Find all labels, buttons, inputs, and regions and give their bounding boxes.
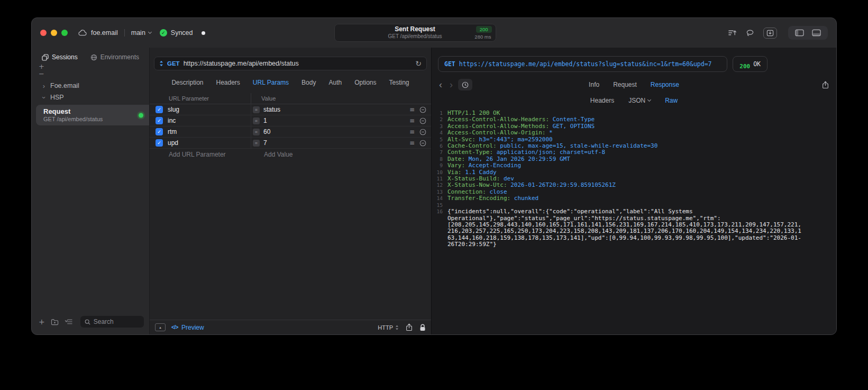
activity-text: Sent Request GET /api/embed/status: [388, 25, 442, 40]
params-rows: ✓ slug = status ≡ ✓ inc = 1 ≡: [150, 104, 431, 149]
tree-item-foe-email[interactable]: › Foe.email: [32, 80, 149, 92]
request-tab-url-params[interactable]: URL Params: [253, 79, 289, 86]
value-type-icon[interactable]: =: [253, 129, 260, 135]
branch-menu[interactable]: main: [131, 29, 151, 37]
request-url-bar[interactable]: GET https://statuspage.me/api/embed/stat…: [154, 57, 427, 70]
chevron-down-icon[interactable]: ›: [40, 95, 48, 99]
add-param-placeholder[interactable]: Add URL Parameter: [150, 151, 251, 158]
lasso-icon[interactable]: [746, 29, 754, 37]
param-value[interactable]: 60: [263, 128, 270, 135]
add-param-row[interactable]: Add URL Parameter Add Value: [150, 149, 431, 160]
param-enabled-checkbox[interactable]: ✓: [156, 139, 163, 147]
response-panel: GET https://statuspage.me/api/embed/stat…: [432, 48, 836, 334]
value-type-icon[interactable]: =: [253, 106, 260, 113]
request-tab-options[interactable]: Options: [354, 79, 376, 86]
param-row: ✓ upd = 7 ≡: [150, 138, 431, 149]
value-type-icon[interactable]: =: [253, 117, 260, 124]
forward-arrow-icon[interactable]: ›: [450, 80, 453, 89]
drag-handle-icon[interactable]: ≡: [409, 140, 415, 146]
remove-param-icon[interactable]: [419, 140, 426, 147]
import-response-icon[interactable]: [763, 28, 777, 39]
add-value-placeholder[interactable]: Add Value: [251, 151, 431, 158]
sync-status[interactable]: ✓ Synced: [160, 29, 193, 37]
param-enabled-checkbox[interactable]: ✓: [156, 128, 163, 135]
activity-summary-pill[interactable]: Sent Request GET /api/embed/status 200 2…: [334, 24, 496, 42]
value-type-icon[interactable]: =: [253, 140, 260, 147]
layout-toggle-group: [788, 26, 828, 40]
close-window-button[interactable]: [40, 30, 47, 36]
remove-param-icon[interactable]: [419, 129, 426, 135]
drag-handle-icon[interactable]: ≡: [409, 129, 415, 135]
chevron-right-icon[interactable]: ›: [42, 82, 46, 90]
expand-panel-button[interactable]: ▴: [155, 323, 166, 331]
sync-label: Synced: [171, 29, 193, 37]
line-number: 2: [432, 116, 447, 123]
param-enabled-checkbox[interactable]: ✓: [156, 117, 163, 124]
param-name[interactable]: slug: [168, 106, 179, 113]
share-icon[interactable]: [406, 323, 413, 331]
response-request-summary: GET https://statuspage.me/api/embed/stat…: [438, 56, 768, 72]
tree-item-hsp[interactable]: › HSP: [32, 92, 149, 103]
toggle-bottom-panel-icon[interactable]: [812, 29, 821, 37]
refresh-icon[interactable]: ↻: [415, 60, 422, 67]
remove-param-icon[interactable]: [419, 117, 426, 124]
add-session-icon[interactable]: +: [39, 64, 46, 69]
new-folder-icon[interactable]: [51, 319, 59, 325]
response-tab-info[interactable]: Info: [589, 81, 599, 88]
request-tab-testing[interactable]: Testing: [389, 79, 409, 86]
add-item-icon[interactable]: +: [39, 318, 45, 325]
column-header-value: Value: [251, 93, 431, 104]
request-method[interactable]: GET: [167, 60, 180, 67]
request-tab-description[interactable]: Description: [171, 79, 203, 86]
response-tab-request[interactable]: Request: [613, 81, 637, 88]
param-value[interactable]: 1: [263, 117, 267, 124]
param-name[interactable]: upd: [168, 139, 178, 147]
request-list-item-selected[interactable]: Request GET /api/embed/status: [36, 105, 149, 125]
project-menu[interactable]: foe.email: [78, 29, 118, 37]
url-params-table: URL Parameter Value ✓ slug = status ≡ ✓ …: [150, 88, 431, 160]
preview-button[interactable]: </> Preview: [171, 324, 204, 331]
titlebar-actions: [728, 26, 828, 40]
request-tab-auth[interactable]: Auth: [328, 79, 342, 86]
toggle-left-sidebar-icon[interactable]: [795, 29, 804, 37]
remove-param-icon[interactable]: [419, 106, 426, 113]
search-input[interactable]: Search: [80, 316, 144, 328]
request-tab-headers[interactable]: Headers: [216, 79, 240, 86]
minimize-window-button[interactable]: [51, 30, 57, 36]
method-selector-icon[interactable]: [159, 60, 163, 67]
line-content: {"incidents":null,"overall":{"code":"ope…: [447, 208, 803, 248]
sort-filter-icon[interactable]: [728, 29, 737, 37]
param-value[interactable]: status: [263, 106, 280, 113]
sent-request-url[interactable]: GET https://statuspage.me/api/embed/stat…: [438, 56, 727, 72]
back-arrow-icon[interactable]: ‹: [439, 80, 442, 89]
drag-handle-icon[interactable]: ≡: [409, 117, 415, 124]
request-url[interactable]: https://statuspage.me/api/embed/status: [184, 60, 299, 67]
response-subtab-json[interactable]: JSON: [628, 97, 651, 104]
response-nav-bar: ‹ › InfoRequestResponse: [439, 79, 829, 90]
tab-sessions[interactable]: Sessions: [42, 53, 78, 61]
lock-icon[interactable]: [419, 324, 426, 331]
protocol-selector[interactable]: HTTP: [378, 324, 399, 331]
params-table-header: URL Parameter Value: [150, 93, 431, 104]
line-number: 8: [432, 156, 447, 162]
drag-handle-icon[interactable]: ≡: [409, 106, 415, 113]
response-line: 14 Transfer-Encoding: chunked: [432, 195, 836, 202]
search-icon: [85, 319, 90, 325]
export-response-icon[interactable]: [822, 81, 829, 89]
param-name[interactable]: rtm: [168, 128, 177, 135]
param-row: ✓ inc = 1 ≡: [150, 115, 431, 126]
param-value[interactable]: 7: [263, 139, 267, 147]
param-enabled-checkbox[interactable]: ✓: [156, 106, 163, 113]
param-name[interactable]: inc: [168, 117, 176, 124]
sort-list-icon[interactable]: [65, 319, 72, 325]
history-button[interactable]: [458, 79, 472, 90]
response-body[interactable]: 1 HTTP/1.1 200 OK 2 Access-Control-Allow…: [432, 110, 836, 334]
fullscreen-window-button[interactable]: [61, 30, 68, 36]
request-tab-body[interactable]: Body: [301, 79, 316, 86]
response-tab-response[interactable]: Response: [651, 81, 679, 88]
response-subtab-headers[interactable]: Headers: [590, 97, 614, 104]
response-subtab-raw[interactable]: Raw: [665, 97, 678, 104]
line-number: 1: [432, 110, 447, 116]
remove-session-icon[interactable]: −: [39, 71, 46, 77]
tab-environments[interactable]: Environments: [90, 53, 139, 61]
